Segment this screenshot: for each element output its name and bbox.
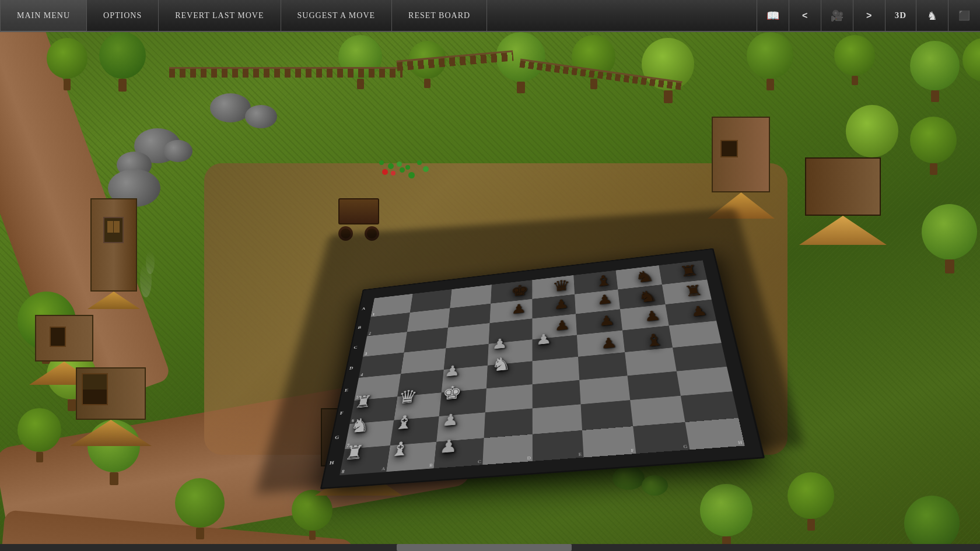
tree [910,117,957,175]
toolbar: Main Menu Options Revert Last Move Sugge… [0,0,980,32]
building-left-mid [76,367,152,446]
tree [910,41,960,102]
book-icon-button[interactable]: 📖 [757,0,789,31]
scrollbar-thumb[interactable] [397,544,572,551]
tree [922,204,977,273]
camera-icon-button[interactable]: 🎥 [821,0,853,31]
tree [338,35,382,89]
prev-button[interactable]: < [789,0,821,31]
tree [18,408,61,462]
options-button[interactable]: Options [87,0,159,31]
rock [163,140,192,162]
knight-icon-button[interactable]: ♞ [916,0,948,31]
book-icon: 📖 [766,9,779,22]
tree [747,32,793,90]
reset-board-button[interactable]: Reset Board [392,0,487,31]
tree [834,35,875,85]
rock [245,105,277,128]
tree [642,38,694,103]
tree [175,478,225,539]
prev-icon: < [802,10,807,21]
fence [169,67,402,78]
next-button[interactable]: > [853,0,885,31]
tree [963,38,980,92]
suggest-move-button[interactable]: Suggest a move [281,0,393,31]
view-3d-button[interactable]: 3D [885,0,916,31]
smoke [146,251,155,274]
tree [99,32,146,92]
tree [572,35,615,89]
board-icon-button[interactable]: ⬛ [948,0,980,31]
game-background: 1 2 [0,0,980,551]
knight-icon: ♞ [927,9,937,23]
tree [47,38,88,90]
tree [904,496,960,551]
main-menu-button[interactable]: Main Menu [0,0,87,31]
building-tower [90,198,140,309]
next-icon: > [866,10,872,21]
checkerboard-icon: ⬛ [958,10,970,21]
building-far-right [805,157,887,245]
chess-board-area[interactable]: 1 2 [257,157,811,507]
revert-last-move-button[interactable]: Revert Last Move [159,0,281,31]
bottom-scrollbar[interactable] [0,544,980,551]
toolbar-right: 📖 < 🎥 > 3D ♞ ⬛ [757,0,980,31]
camera-icon: 🎥 [831,9,844,22]
